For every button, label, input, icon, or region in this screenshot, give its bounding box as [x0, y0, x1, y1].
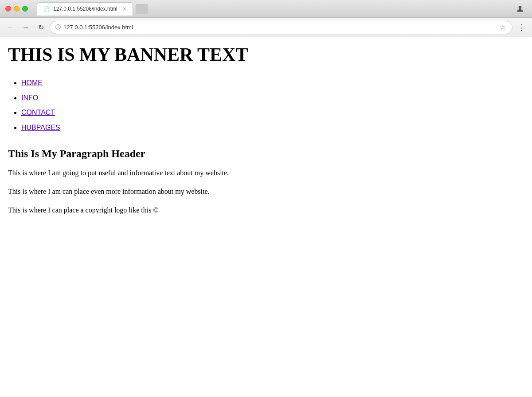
reload-button[interactable]: ↻: [35, 21, 47, 34]
list-item: HUBPAGES: [21, 120, 524, 135]
secure-icon: ⓘ: [55, 24, 61, 31]
page-content: THIS IS MY BANNER TEXT HOME INFO CONTACT…: [0, 37, 532, 397]
paragraph-3: This is where I can place a copyright lo…: [8, 205, 524, 216]
nav-list: HOME INFO CONTACT HUBPAGES: [8, 75, 524, 135]
paragraph-1: This is where I am going to put useful a…: [8, 168, 524, 178]
banner-title: THIS IS MY BANNER TEXT: [8, 44, 524, 65]
bookmark-button[interactable]: ☆: [499, 22, 507, 32]
address-bar-container: ⓘ ☆: [50, 21, 512, 34]
close-button[interactable]: [5, 6, 11, 12]
back-button[interactable]: ←: [4, 21, 17, 34]
nav-link-contact[interactable]: CONTACT: [21, 109, 55, 116]
list-item: INFO: [21, 90, 524, 106]
title-bar: 📄 127.0.0.1:55206/index.html ×: [0, 0, 532, 18]
tab-bar: 📄 127.0.0.1:55206/index.html ×: [37, 2, 510, 16]
list-item: HOME: [21, 75, 524, 90]
new-tab-button[interactable]: [136, 4, 148, 14]
maximize-button[interactable]: [22, 6, 28, 12]
profile-button[interactable]: [513, 2, 527, 16]
active-tab[interactable]: 📄 127.0.0.1:55206/index.html ×: [37, 2, 133, 16]
browser-window: 📄 127.0.0.1:55206/index.html × ← → ↻ ⓘ: [0, 0, 532, 397]
browser-toolbar: ← → ↻ ⓘ ☆ ⋮: [0, 18, 532, 37]
tab-title: 127.0.0.1:55206/index.html: [53, 6, 117, 12]
paragraph-header: This Is My Paragraph Header: [8, 148, 524, 160]
menu-button[interactable]: ⋮: [515, 21, 528, 34]
tab-close-button[interactable]: ×: [123, 5, 126, 12]
traffic-lights: [5, 6, 28, 12]
nav-link-info[interactable]: INFO: [21, 94, 38, 102]
svg-point-0: [519, 6, 522, 9]
tab-page-icon: 📄: [43, 6, 50, 12]
nav-link-home[interactable]: HOME: [21, 79, 43, 86]
minimize-button[interactable]: [14, 6, 20, 12]
nav-link-hubpages[interactable]: HUBPAGES: [21, 124, 60, 131]
address-input[interactable]: [63, 24, 496, 31]
paragraph-2: This is where I am can place even more i…: [8, 186, 524, 197]
forward-button[interactable]: →: [20, 21, 32, 34]
list-item: CONTACT: [21, 105, 524, 120]
